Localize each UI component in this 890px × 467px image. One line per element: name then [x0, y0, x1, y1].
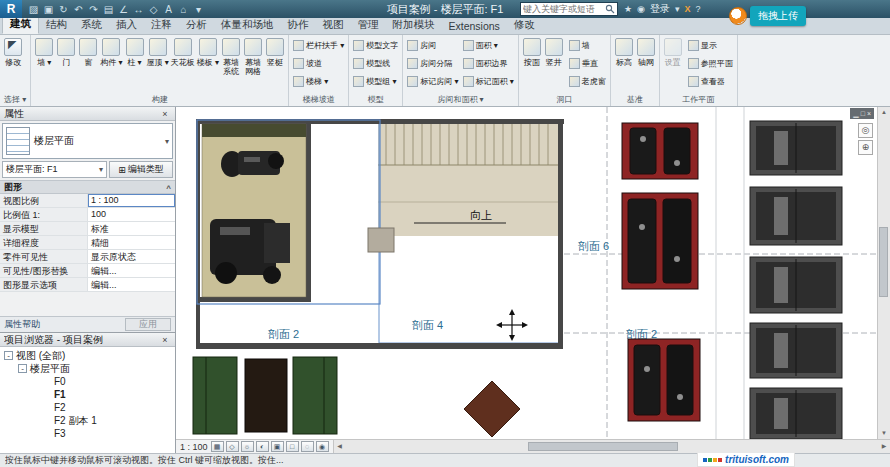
section-label[interactable]: 剖面 6: [578, 240, 609, 252]
scroll-up-icon[interactable]: ▲: [878, 107, 890, 118]
curtain-system-button[interactable]: 幕墙系统: [220, 36, 242, 78]
mullion-button[interactable]: 竖梃: [264, 36, 286, 69]
section-label[interactable]: 剖面 4: [412, 319, 443, 331]
model-text-button[interactable]: 模型文字: [351, 36, 400, 54]
wall-opening-button[interactable]: 墙: [567, 36, 608, 54]
tab-addins[interactable]: 附加模块: [386, 16, 442, 34]
tab-modify[interactable]: 修改: [507, 16, 542, 34]
collapse-icon[interactable]: ˄: [166, 183, 171, 192]
ramp-button[interactable]: 坡道: [291, 54, 346, 72]
wall-button[interactable]: 墙 ▾: [33, 36, 55, 69]
close-icon[interactable]: ×: [159, 335, 171, 345]
component-button[interactable]: 构件 ▾: [99, 36, 123, 69]
print-icon[interactable]: ▤: [102, 4, 115, 15]
tree-expander-icon[interactable]: [42, 390, 51, 399]
sync-icon[interactable]: ↻: [57, 4, 70, 15]
drag-upload-button[interactable]: 拖拽上传: [750, 6, 806, 26]
tree-item-floor-plans[interactable]: - 楼层平面: [0, 362, 175, 375]
properties-help-link[interactable]: 属性帮助: [4, 318, 125, 331]
zoom-icon[interactable]: ⊕: [858, 140, 873, 155]
tree-expander-icon[interactable]: -: [18, 364, 27, 373]
tree-expander-icon[interactable]: [42, 377, 51, 386]
scroll-right-icon[interactable]: ▶: [878, 440, 890, 453]
gym-machine[interactable]: [221, 151, 284, 177]
restore-view-icon[interactable]: □: [861, 109, 865, 119]
group-header-graphics[interactable]: 图形 ˄: [0, 180, 175, 194]
user-icon[interactable]: ◉: [637, 4, 645, 14]
subscription-icon[interactable]: ★: [624, 4, 632, 14]
curtain-grid-button[interactable]: 幕墙网格: [242, 36, 264, 78]
navigation-wheel-icon[interactable]: ◎: [858, 123, 873, 138]
view-scale-button[interactable]: 1 : 100: [180, 442, 208, 452]
tree-item-views[interactable]: - 视图 (全部): [0, 349, 175, 362]
edit-type-button[interactable]: ⊞ 编辑类型: [109, 161, 173, 178]
room-button[interactable]: 房间: [405, 36, 460, 54]
tag-area-button[interactable]: 标记面积 ▾: [461, 72, 516, 90]
reveal-hidden-icon[interactable]: ◉: [316, 441, 329, 452]
gray-equipment-blocks[interactable]: [750, 121, 842, 439]
text-icon[interactable]: A: [162, 4, 175, 15]
search-input[interactable]: [523, 4, 605, 14]
dimension-icon[interactable]: ↔: [132, 4, 145, 15]
close-view-icon[interactable]: ×: [867, 109, 871, 119]
modify-button[interactable]: 修改: [2, 36, 24, 69]
model-group-button[interactable]: 模型组 ▾: [351, 72, 400, 90]
apply-button[interactable]: 应用: [125, 318, 171, 331]
scroll-left-icon[interactable]: ◀: [334, 440, 346, 453]
tag-room-button[interactable]: 标记房间 ▾: [405, 72, 460, 90]
tab-analyze[interactable]: 分析: [179, 16, 214, 34]
property-value[interactable]: 编辑...: [88, 264, 175, 277]
tab-annotate[interactable]: 注释: [144, 16, 179, 34]
property-value[interactable]: 编辑...: [88, 278, 175, 291]
crop-view-icon[interactable]: ▣: [271, 441, 284, 452]
stair-newel[interactable]: [368, 228, 394, 252]
upload-app-icon[interactable]: [729, 7, 747, 25]
vertical-opening-button[interactable]: 垂直: [567, 54, 608, 72]
section-label[interactable]: 剖面 2: [268, 328, 299, 340]
viewer-button[interactable]: 查看器: [686, 72, 735, 90]
floor-button[interactable]: 楼板 ▾: [196, 36, 220, 69]
tree-expander-icon[interactable]: [42, 403, 51, 412]
roof-button[interactable]: 屋顶 ▾: [146, 36, 170, 69]
chevron-down-icon[interactable]: ▾: [165, 137, 169, 146]
tab-structure[interactable]: 结构: [39, 16, 74, 34]
help-icon[interactable]: ?: [695, 4, 700, 14]
tree-item-f1[interactable]: F1: [0, 388, 175, 401]
app-menu-button[interactable]: R: [0, 0, 22, 18]
search-box[interactable]: [520, 2, 618, 16]
property-value[interactable]: 精细: [88, 236, 175, 249]
tab-insert[interactable]: 插入: [109, 16, 144, 34]
close-icon[interactable]: ×: [159, 109, 171, 119]
exchange-apps-icon[interactable]: X: [684, 4, 690, 14]
room-separator-button[interactable]: 房间分隔: [405, 54, 460, 72]
show-workplane-button[interactable]: 显示: [686, 36, 735, 54]
home-3d-icon[interactable]: ⌂: [177, 4, 190, 15]
section-label[interactable]: 剖面 2: [626, 328, 657, 340]
property-value[interactable]: 标准: [88, 222, 175, 235]
area-button[interactable]: 面积 ▾: [461, 36, 516, 54]
opening-by-face-button[interactable]: 按面: [521, 36, 543, 69]
column-button[interactable]: 柱 ▾: [124, 36, 146, 69]
tree-item-f3[interactable]: F3: [0, 427, 175, 440]
panel-label-select[interactable]: 选择 ▾: [0, 93, 30, 106]
open-icon[interactable]: ▨: [27, 4, 40, 15]
qat-customize-icon[interactable]: ▾: [192, 4, 205, 15]
signin-dropdown-icon[interactable]: ▾: [675, 4, 680, 14]
scroll-down-icon[interactable]: ▼: [878, 428, 890, 439]
sign-in-button[interactable]: 登录: [650, 2, 670, 16]
equipment-room[interactable]: [197, 120, 380, 304]
ref-plane-button[interactable]: 参照平面: [686, 54, 735, 72]
horizontal-scroll-thumb[interactable]: [528, 442, 678, 451]
undo-icon[interactable]: ↶: [72, 4, 85, 15]
show-crop-icon[interactable]: □: [286, 441, 299, 452]
tree-expander-icon[interactable]: [42, 429, 51, 438]
tag-icon[interactable]: ◇: [147, 4, 160, 15]
tree-item-f2[interactable]: F2: [0, 401, 175, 414]
window-button[interactable]: 窗: [77, 36, 99, 69]
stair-button[interactable]: 楼梯 ▾: [291, 72, 346, 90]
property-value[interactable]: 显示原状态: [88, 250, 175, 263]
tab-collaborate[interactable]: 协作: [281, 16, 316, 34]
sun-path-icon[interactable]: ☼: [241, 441, 254, 452]
section-annotations[interactable]: 剖面 2 剖面 4 剖面 6 剖面 2: [268, 240, 657, 340]
dormer-opening-button[interactable]: 老虎窗: [567, 72, 608, 90]
